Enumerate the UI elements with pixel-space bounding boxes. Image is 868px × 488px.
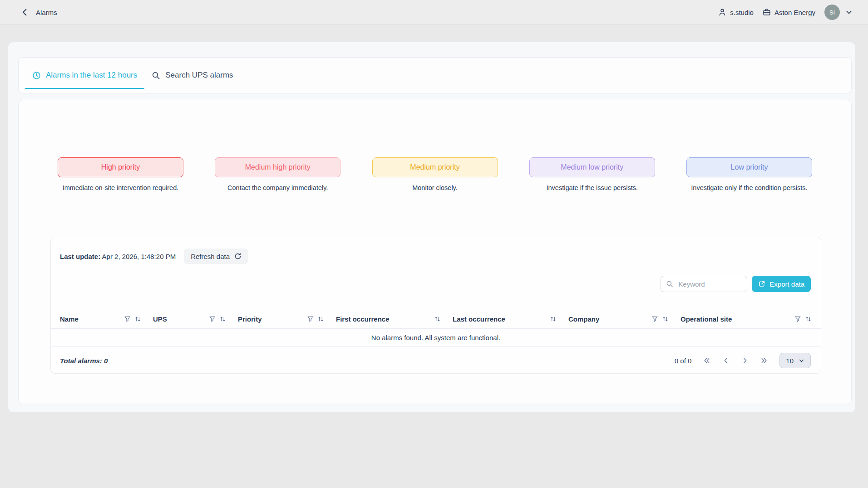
priority-description: Immediate on-site intervention required. (63, 184, 179, 191)
table-header-cell: Last occurrence (453, 315, 568, 323)
column-controls (651, 316, 669, 322)
pagination-range: 0 of 0 (675, 357, 692, 365)
priority-card[interactable]: Medium low priority (529, 157, 655, 177)
topbar-right: s.studio Aston Energy SI (718, 5, 853, 20)
table-header-cell: Priority (238, 315, 336, 323)
column-label: Operational site (681, 315, 732, 323)
sort-icon[interactable] (434, 316, 441, 322)
refresh-data-label: Refresh data (191, 253, 230, 260)
pagination: 0 of 0 10 (675, 353, 811, 368)
priority-description: Contact the company immediately. (227, 184, 328, 191)
topbar-left: Alarms (21, 8, 57, 16)
priority-item: Medium low priority Investigate if the i… (529, 157, 655, 191)
column-controls (307, 316, 324, 322)
tab-recent-alarms[interactable]: Alarms in the last 12 hours (25, 58, 144, 93)
priority-card[interactable]: High priority (58, 157, 183, 177)
user-menu[interactable]: s.studio (718, 8, 754, 16)
search-icon (666, 280, 673, 288)
topbar: Alarms s.studio Aston Energy SI (0, 0, 868, 25)
tab-label: Alarms in the last 12 hours (46, 71, 137, 80)
priority-item: High priority Immediate on-site interven… (58, 157, 183, 191)
priority-item: Low priority Investigate only if the con… (686, 157, 812, 191)
avatar[interactable]: SI (824, 5, 840, 20)
export-icon (758, 280, 765, 288)
filter-icon[interactable] (209, 316, 216, 322)
sort-icon[interactable] (134, 316, 141, 322)
chevron-down-icon[interactable] (845, 9, 853, 16)
keyword-search-box (661, 276, 747, 292)
briefcase-icon (763, 8, 771, 16)
last-update-value: Apr 2, 2026, 1:48:20 PM (102, 253, 176, 260)
last-update-text: Last update: Apr 2, 2026, 1:48:20 PM (60, 253, 176, 260)
column-controls (209, 316, 226, 322)
total-alarms: Total alarms: 0 (60, 357, 108, 365)
table-header-cell: Name (60, 315, 153, 323)
next-page-icon[interactable] (741, 357, 749, 364)
app-root: Alarms s.studio Aston Energy SI Alarms i… (0, 0, 868, 488)
table-header-cell: Operational site (681, 315, 812, 323)
filter-icon[interactable] (124, 316, 131, 322)
content-panel: High priority Immediate on-site interven… (18, 100, 852, 404)
last-page-icon[interactable] (760, 357, 768, 364)
keyword-input[interactable] (677, 280, 742, 288)
back-icon[interactable] (21, 8, 29, 16)
tab-label: Search UPS alarms (165, 71, 233, 80)
column-controls (434, 316, 441, 322)
priority-card[interactable]: Low priority (686, 157, 812, 177)
organization-menu[interactable]: Aston Energy (763, 8, 815, 16)
column-controls (794, 316, 812, 322)
export-data-button[interactable]: Export data (752, 276, 811, 292)
priority-item: Medium high priority Contact the company… (215, 157, 340, 191)
previous-page-icon[interactable] (722, 357, 730, 364)
sort-icon[interactable] (550, 316, 557, 322)
sort-icon[interactable] (317, 316, 324, 322)
table-header-row: Name UPS (51, 310, 821, 328)
last-update-row: Last update: Apr 2, 2026, 1:48:20 PM Ref… (60, 249, 248, 264)
first-page-icon[interactable] (703, 357, 710, 364)
sort-icon[interactable] (219, 316, 226, 322)
user-label: s.studio (730, 9, 754, 16)
sort-icon[interactable] (662, 316, 669, 322)
priority-description: Investigate if the issue persists. (547, 184, 638, 191)
page-title: Alarms (36, 9, 57, 16)
tab-search-ups-alarms[interactable]: Search UPS alarms (144, 58, 240, 93)
priority-description: Monitor closely. (412, 184, 458, 191)
refresh-data-button[interactable]: Refresh data (184, 249, 248, 264)
table-footer: Total alarms: 0 0 of 0 10 (51, 347, 821, 374)
column-label: Last occurrence (453, 315, 505, 323)
column-label: First occurrence (336, 315, 390, 323)
filter-icon[interactable] (651, 316, 658, 322)
empty-state-message: No alarms found. All system are function… (51, 329, 821, 346)
priority-card[interactable]: Medium priority (372, 157, 498, 177)
tab-bar: Alarms in the last 12 hours Search UPS a… (18, 57, 852, 93)
column-label: Priority (238, 315, 262, 323)
page-size-value: 10 (786, 357, 794, 365)
priority-description: Investigate only if the condition persis… (691, 184, 807, 191)
chevron-down-icon (799, 358, 804, 364)
refresh-icon (234, 253, 242, 260)
table-toolbar: Export data (661, 276, 811, 292)
organization-label: Aston Energy (774, 9, 815, 16)
search-icon (152, 71, 160, 80)
page-size-select[interactable]: 10 (779, 353, 811, 368)
export-data-label: Export data (769, 280, 804, 288)
main-container: Alarms in the last 12 hours Search UPS a… (8, 42, 855, 412)
priority-card[interactable]: Medium high priority (215, 157, 340, 177)
table-header-cell: Company (568, 315, 681, 323)
filter-icon[interactable] (794, 316, 801, 322)
last-update-label: Last update: (60, 253, 100, 260)
column-controls (124, 316, 141, 322)
priority-legend: High priority Immediate on-site interven… (19, 157, 851, 191)
column-label: Name (60, 315, 79, 323)
clock-icon (32, 71, 41, 80)
priority-item: Medium priority Monitor closely. (372, 157, 498, 191)
column-label: Company (568, 315, 599, 323)
sort-icon[interactable] (805, 316, 812, 322)
alarms-table-card: Last update: Apr 2, 2026, 1:48:20 PM Ref… (50, 237, 821, 374)
filter-icon[interactable] (307, 316, 314, 322)
person-icon (718, 8, 726, 16)
column-label: UPS (153, 315, 167, 323)
table-header-cell: First occurrence (336, 315, 453, 323)
column-controls (550, 316, 557, 322)
table-header-cell: UPS (153, 315, 238, 323)
